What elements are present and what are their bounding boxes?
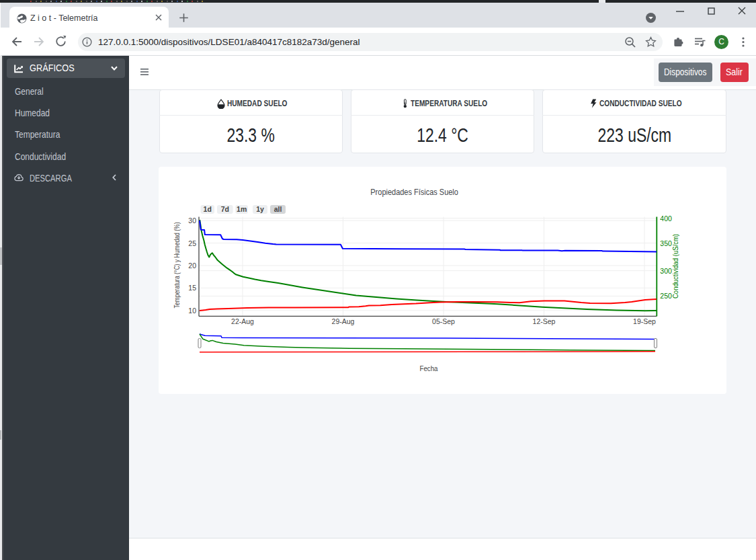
svg-text:10: 10: [188, 307, 196, 315]
svg-text:Temperatura (°C) y Humedad (%): Temperatura (°C) y Humedad (%): [173, 223, 181, 309]
svg-text:7d: 7d: [221, 205, 229, 213]
svg-text:12-Sep: 12-Sep: [533, 317, 556, 325]
svg-text:30: 30: [188, 216, 196, 225]
svg-text:05-Sep: 05-Sep: [432, 317, 455, 325]
svg-text:1m: 1m: [237, 205, 247, 213]
svg-text:250: 250: [660, 292, 672, 300]
svg-text:1d: 1d: [204, 205, 212, 213]
svg-text:15: 15: [188, 284, 196, 292]
svg-text:all: all: [274, 205, 282, 213]
svg-text:22-Aug: 22-Aug: [231, 317, 254, 325]
svg-text:300: 300: [660, 267, 672, 275]
svg-text:29-Aug: 29-Aug: [332, 317, 355, 325]
svg-text:400: 400: [660, 214, 672, 223]
svg-text:1y: 1y: [256, 205, 264, 213]
svg-text:350: 350: [660, 239, 672, 247]
svg-text:Conductividad (uS/cm): Conductividad (uS/cm): [671, 234, 679, 298]
svg-text:20: 20: [188, 262, 196, 270]
svg-text:19-Sep: 19-Sep: [633, 317, 656, 325]
svg-text:25: 25: [188, 239, 196, 247]
svg-text:Fecha: Fecha: [420, 364, 439, 372]
svg-text:Propiedades Físicas Suelo: Propiedades Físicas Suelo: [370, 188, 458, 197]
